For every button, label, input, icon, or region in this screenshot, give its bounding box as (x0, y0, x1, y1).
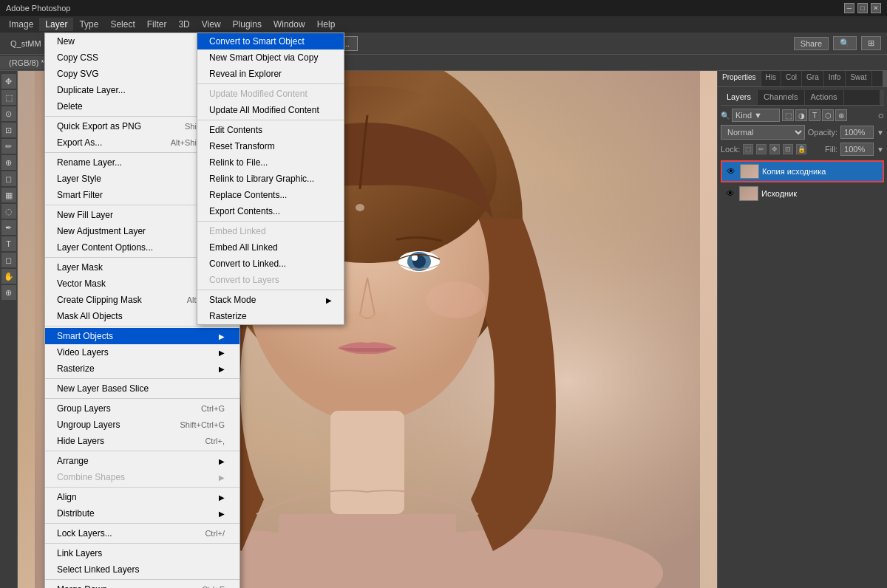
color-tab[interactable]: Col (781, 71, 802, 86)
menu-window[interactable]: Window (268, 18, 311, 31)
menu-view[interactable]: View (196, 18, 227, 31)
title-text: Adobe Photoshop (6, 4, 70, 13)
eraser-tool[interactable]: ◻ (1, 171, 16, 186)
lock-transparency-icon[interactable]: ⬚ (743, 144, 753, 154)
toolbar: Q_stMM ple All Layers Enhance Edge Selec… (0, 33, 887, 55)
title-bar: Adobe Photoshop ─ □ ✕ (0, 0, 887, 16)
lock-all-icon[interactable]: 🔒 (796, 144, 806, 154)
filter-icons: ⬚ ◑ T ⬡ ⊛ (782, 109, 847, 121)
svg-point-16 (412, 255, 418, 261)
arrange-button[interactable]: ⊞ (861, 36, 881, 50)
filter-smartobj-icon[interactable]: ⊛ (835, 109, 847, 121)
tab-close-button[interactable]: × (49, 58, 53, 66)
select-and-mask-button[interactable]: Select and Mask... (274, 36, 358, 51)
fill-chevron[interactable]: ▼ (877, 146, 884, 154)
lock-position-icon[interactable]: ✥ (769, 144, 780, 154)
maximize-button[interactable]: □ (857, 3, 868, 13)
menu-bar: Image Layer Type Select Filter 3D View P… (0, 16, 887, 33)
select-tool[interactable]: ⬚ (1, 90, 16, 105)
layers-mode-row: Normal Multiply Screen Opacity: 100% ▼ (721, 125, 884, 140)
menu-help[interactable]: Help (311, 18, 341, 31)
menu-select[interactable]: Select (104, 18, 140, 31)
crop-tool[interactable]: ⊡ (1, 123, 16, 137)
svg-point-22 (356, 204, 364, 211)
tab-filename: (RGB/8) * (9, 58, 44, 67)
fill-label: Fill: (825, 145, 837, 154)
workspace: ✥ ⬚ ⊙ ⊡ ✏ ⊕ ◻ ▦ ◌ ✒ T ◻ ✋ ⊕ (0, 71, 887, 588)
gradient-tool[interactable]: ▦ (1, 188, 16, 202)
tool-indicator: Q_stMM (6, 38, 46, 49)
canvas-image (18, 71, 717, 588)
right-panel-tabs: Properties His Col Gra Info Swat (718, 71, 887, 87)
lasso-tool[interactable]: ⊙ (1, 106, 16, 121)
enhance-edge-label: Enhance Edge (117, 38, 182, 48)
hand-tool[interactable]: ✋ (1, 269, 16, 284)
layer-visibility-source[interactable]: 👁 (724, 188, 736, 199)
actions-tab[interactable]: Actions (805, 90, 844, 105)
clone-tool[interactable]: ⊕ (1, 155, 16, 170)
share-button[interactable]: Share (794, 37, 829, 50)
layer-thumb-source (739, 186, 758, 201)
svg-point-17 (347, 312, 365, 324)
right-scroll[interactable] (883, 71, 887, 86)
lock-pixels-icon[interactable]: ✏ (756, 144, 767, 154)
swatches-tab[interactable]: Swat (846, 71, 871, 86)
window-controls: ─ □ ✕ (844, 3, 881, 13)
right-panel: Properties His Col Gra Info Swat Layers … (717, 71, 887, 588)
svg-rect-21 (330, 411, 404, 514)
brush-tool[interactable]: ✏ (1, 139, 16, 154)
close-button[interactable]: ✕ (871, 3, 881, 13)
filter-shape-icon[interactable]: ⬡ (822, 109, 834, 121)
history-tab[interactable]: His (761, 71, 781, 86)
layer-item-source[interactable]: 👁 Исходник (721, 183, 884, 204)
select-subject-dropdown[interactable]: ▼ (255, 36, 271, 51)
lock-artboard-icon[interactable]: ⊡ (783, 144, 793, 154)
menu-type[interactable]: Type (73, 18, 104, 31)
properties-tab[interactable]: Properties (718, 71, 761, 86)
layer-item-copy[interactable]: 👁 Копия исходника (721, 160, 884, 182)
canvas-area (18, 71, 717, 588)
lock-label: Lock: (721, 145, 740, 154)
layers-tab[interactable]: Layers (721, 90, 758, 105)
menu-3d[interactable]: 3D (172, 18, 195, 31)
blur-tool[interactable]: ◌ (1, 204, 16, 219)
layer-thumb-copy (740, 164, 759, 179)
svg-point-12 (308, 255, 314, 261)
menu-plugins[interactable]: Plugins (227, 18, 268, 31)
document-tab[interactable]: (RGB/8) * × (0, 56, 63, 69)
layer-visibility-copy[interactable]: 👁 (725, 165, 737, 177)
select-subject-button[interactable]: Select Subject (186, 36, 254, 51)
opacity-chevron[interactable]: ▼ (877, 129, 884, 137)
opacity-input[interactable]: 100% (840, 126, 874, 139)
portrait-svg (18, 71, 717, 588)
filter-pixel-icon[interactable]: ⬚ (782, 109, 794, 121)
menu-filter[interactable]: Filter (141, 18, 173, 31)
filter-adjustment-icon[interactable]: ◑ (795, 109, 807, 121)
shape-tool[interactable]: ◻ (1, 253, 16, 267)
gradients-tab[interactable]: Gra (802, 71, 824, 86)
filter-toggle[interactable]: ○ (878, 109, 884, 121)
tab-bar: (RGB/8) * × (0, 55, 887, 71)
text-tool[interactable]: T (1, 236, 16, 251)
filter-icon: 🔍 (721, 112, 730, 120)
menu-image[interactable]: Image (3, 18, 39, 31)
blend-mode-select[interactable]: Normal Multiply Screen (721, 125, 805, 140)
svg-point-19 (249, 281, 308, 318)
minimize-button[interactable]: ─ (844, 3, 854, 13)
filter-type-icon[interactable]: T (809, 109, 820, 121)
filter-kind-select[interactable]: Kind ▼ (732, 109, 780, 122)
layer-name-copy: Копия исходника (762, 167, 880, 176)
fill-input[interactable]: 100% (840, 143, 874, 156)
pen-tool[interactable]: ✒ (1, 220, 16, 235)
menu-layer[interactable]: Layer (39, 18, 73, 31)
opacity-label: Opacity: (808, 128, 837, 137)
enhance-edge-checkbox[interactable] (117, 38, 126, 48)
layers-panel-scroll[interactable] (880, 90, 884, 105)
zoom-tool[interactable]: ⊕ (1, 285, 16, 300)
layers-panel: Layers Channels Actions 🔍 Kind ▼ ⬚ ◑ T ⬡… (718, 87, 887, 588)
info-tab[interactable]: Info (824, 71, 846, 86)
channels-tab[interactable]: Channels (758, 90, 804, 105)
search-button[interactable]: 🔍 (833, 36, 857, 50)
select-all-layers-text: ple All Layers (55, 38, 112, 49)
move-tool[interactable]: ✥ (1, 74, 16, 89)
